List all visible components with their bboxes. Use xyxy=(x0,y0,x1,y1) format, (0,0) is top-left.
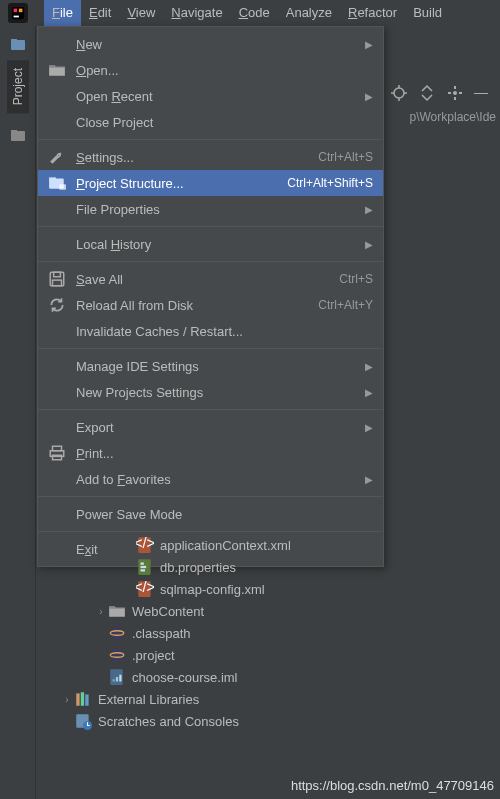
folder-icon xyxy=(48,61,66,79)
blank-icon xyxy=(48,235,66,253)
svg-rect-37 xyxy=(116,677,118,682)
blank-icon xyxy=(48,383,66,401)
menu-item-export[interactable]: Export▶ xyxy=(38,414,383,440)
menu-navigate[interactable]: Navigate xyxy=(163,0,230,26)
svg-rect-3 xyxy=(14,16,19,18)
menu-item-label: Invalidate Caches / Restart... xyxy=(76,324,373,339)
tree-row[interactable]: ›WebContent xyxy=(36,600,500,622)
blank-icon xyxy=(48,200,66,218)
svg-rect-38 xyxy=(119,675,121,682)
svg-rect-2 xyxy=(19,9,23,13)
svg-rect-16 xyxy=(59,184,66,190)
menu-separator xyxy=(38,531,383,532)
expand-all-icon[interactable] xyxy=(418,84,436,102)
svg-rect-39 xyxy=(76,693,79,705)
menu-item-save-all[interactable]: Save AllCtrl+S xyxy=(38,266,383,292)
menu-separator xyxy=(38,409,383,410)
menu-item-invalidate-caches-restart[interactable]: Invalidate Caches / Restart... xyxy=(38,318,383,344)
menu-view[interactable]: View xyxy=(119,0,163,26)
hide-icon[interactable]: — xyxy=(474,84,492,102)
tree-row[interactable]: .project xyxy=(36,644,500,666)
menu-separator xyxy=(38,348,383,349)
svg-rect-26 xyxy=(141,563,144,565)
svg-rect-1 xyxy=(14,9,18,13)
menu-item-add-to-favorites[interactable]: Add to Favorites▶ xyxy=(38,466,383,492)
tree-label: External Libraries xyxy=(98,692,199,707)
menubar: FileEditViewNavigateCodeAnalyzeRefactorB… xyxy=(0,0,500,26)
tool-sidebar: Project xyxy=(0,26,36,799)
menu-item-label: File Properties xyxy=(76,202,373,217)
menu-code[interactable]: Code xyxy=(231,0,278,26)
menu-item-manage-ide-settings[interactable]: Manage IDE Settings▶ xyxy=(38,353,383,379)
tree-row[interactable]: ›External Libraries xyxy=(36,688,500,710)
menu-item-label: New Projects Settings xyxy=(76,385,373,400)
menu-item-settings[interactable]: Settings...Ctrl+Alt+S xyxy=(38,144,383,170)
menu-item-open-recent[interactable]: Open Recent▶ xyxy=(38,83,383,109)
menu-item-label: Settings... xyxy=(76,150,318,165)
menu-separator xyxy=(38,496,383,497)
menu-item-print[interactable]: Print... xyxy=(38,440,383,466)
menu-item-label: Open Recent xyxy=(76,89,373,104)
project-tool-tab[interactable]: Project xyxy=(7,60,29,113)
svg-point-13 xyxy=(453,91,457,95)
svg-rect-22 xyxy=(53,455,62,460)
xml-icon: </> xyxy=(136,537,154,553)
blank-icon xyxy=(48,35,66,53)
menu-item-open[interactable]: Open... xyxy=(38,57,383,83)
blank-icon xyxy=(48,87,66,105)
svg-point-31 xyxy=(110,626,124,640)
menu-build[interactable]: Build xyxy=(405,0,450,26)
libs-icon xyxy=(74,691,92,707)
menu-item-project-structure[interactable]: Project Structure...Ctrl+Alt+Shift+S xyxy=(38,170,383,196)
menu-item-label: Export xyxy=(76,420,373,435)
menu-item-new[interactable]: New▶ xyxy=(38,31,383,57)
tree-row[interactable]: </>applicationContext.xml xyxy=(36,534,500,556)
tree-label: .classpath xyxy=(132,626,191,641)
svg-rect-28 xyxy=(141,569,146,571)
scratch-icon xyxy=(74,713,92,729)
eclipse-icon xyxy=(108,647,126,663)
blank-icon xyxy=(48,418,66,436)
menu-refactor[interactable]: Refactor xyxy=(340,0,405,26)
reload-icon xyxy=(48,296,66,314)
tree-arrow-icon: › xyxy=(94,606,108,617)
tree-label: db.properties xyxy=(160,560,236,575)
menu-item-reload-all-from-disk[interactable]: Reload All from DiskCtrl+Alt+Y xyxy=(38,292,383,318)
menu-separator xyxy=(38,139,383,140)
structure-icon[interactable] xyxy=(10,127,26,143)
svg-rect-40 xyxy=(81,692,84,706)
tree-label: applicationContext.xml xyxy=(160,538,291,553)
target-icon[interactable] xyxy=(390,84,408,102)
blank-icon xyxy=(48,322,66,340)
project-icon[interactable] xyxy=(10,36,26,52)
menu-item-label: Close Project xyxy=(76,115,373,130)
submenu-arrow-icon: ▶ xyxy=(365,474,373,485)
menu-item-file-properties[interactable]: File Properties▶ xyxy=(38,196,383,222)
tree-row[interactable]: db.properties xyxy=(36,556,500,578)
eclipse-icon xyxy=(108,625,126,641)
menu-analyze[interactable]: Analyze xyxy=(278,0,340,26)
menu-edit[interactable]: Edit xyxy=(81,0,119,26)
tree-row[interactable]: choose-course.iml xyxy=(36,666,500,688)
tree-row[interactable]: Scratches and Consoles xyxy=(36,710,500,732)
menu-item-power-save-mode[interactable]: Power Save Mode xyxy=(38,501,383,527)
menu-file[interactable]: File xyxy=(44,0,81,26)
menu-item-local-history[interactable]: Local History▶ xyxy=(38,231,383,257)
menu-item-new-projects-settings[interactable]: New Projects Settings▶ xyxy=(38,379,383,405)
wrench-icon xyxy=(48,148,66,166)
svg-rect-5 xyxy=(11,39,17,42)
menu-item-label: Local History xyxy=(76,237,373,252)
submenu-arrow-icon: ▶ xyxy=(365,361,373,372)
tree-label: .project xyxy=(132,648,175,663)
settings-icon[interactable] xyxy=(446,84,464,102)
tree-row[interactable]: </>sqlmap-config.xml xyxy=(36,578,500,600)
editor-tab-path[interactable]: p\Workplace\Ide xyxy=(410,110,501,124)
tree-label: WebContent xyxy=(132,604,204,619)
file-menu-dropdown: New▶Open...Open Recent▶Close ProjectSett… xyxy=(37,26,384,567)
props-icon xyxy=(136,559,154,575)
menu-separator xyxy=(38,261,383,262)
menu-item-label: Add to Favorites xyxy=(76,472,373,487)
blank-icon xyxy=(48,505,66,523)
menu-item-close-project[interactable]: Close Project xyxy=(38,109,383,135)
tree-row[interactable]: .classpath xyxy=(36,622,500,644)
